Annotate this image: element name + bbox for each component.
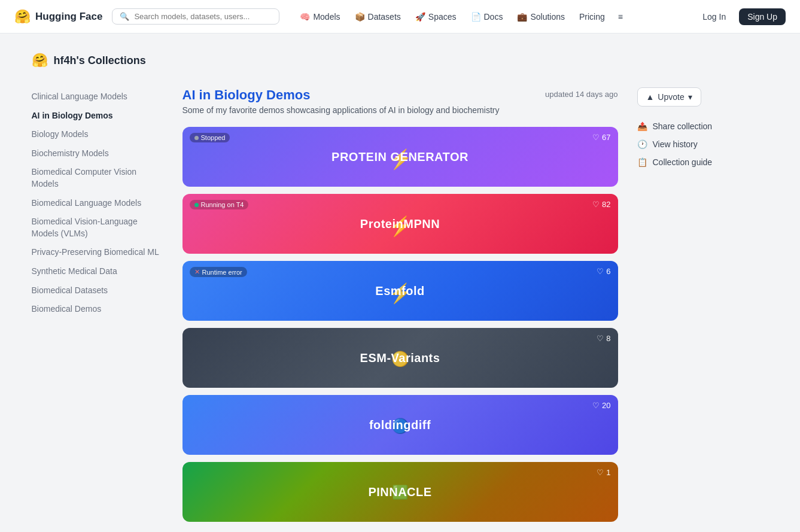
heart-icon-4: ♡ [597,334,604,343]
sidebar-item-synthetic-medical-data[interactable]: Synthetic Medical Data [32,262,163,281]
search-input[interactable] [134,12,272,21]
foldingdiff-title: foldingdiff [369,418,431,432]
brand-emoji: 🤗 [14,9,31,25]
stopped-dot [194,136,199,140]
card-likes-esm-variants: ♡ 8 [597,334,610,343]
upvote-label: Upvote [658,92,684,102]
collection-guide-link[interactable]: 📋 Collection guide [637,157,769,168]
view-history-label: View history [653,139,698,149]
sidebar-item-biochemistry-models[interactable]: Biochemistry Models [32,144,163,163]
likes-count-4: 8 [606,334,610,343]
nav-link-pricing[interactable]: Pricing [573,9,611,25]
nav-link-docs[interactable]: 📄 Docs [465,9,509,25]
likes-count-3: 6 [606,267,610,276]
upvote-dropdown-icon: ▾ [688,92,692,102]
view-history-link[interactable]: 🕐 View history [637,139,769,150]
sidebar-item-biomedical-language-models[interactable]: Biomedical Language Models [32,194,163,213]
nav-link-spaces[interactable]: 🚀 Spaces [409,9,463,25]
space-card-esm-variants[interactable]: 🟡 ESM-Variants ♡ 8 [182,328,618,388]
collection-description: Some of my favorite demos showcasing app… [182,105,618,115]
solutions-icon: 💼 [517,12,527,22]
heart-icon-3: ♡ [597,267,604,276]
space-card-proteinmpnn[interactable]: Running on T4 ⚡ ProteinMPNN ♡ 82 [182,194,618,254]
share-icon: 📤 [637,121,648,132]
stopped-label: Stopped [201,134,226,141]
collection-header: AI in Biology Demos updated 14 days ago [182,87,618,103]
nav-right: Log In Sign Up [694,8,786,25]
card-likes-proteinmpnn: ♡ 82 [592,200,610,209]
space-card-esmfold[interactable]: ✕ Runtime error ⚡ Esmfold ♡ 6 [182,261,618,321]
login-button[interactable]: Log In [694,8,734,25]
esmfold-title: Esmfold [375,284,424,298]
nav-link-spaces-label: Spaces [428,12,457,22]
share-collection-link[interactable]: 📤 Share collection [637,121,769,132]
right-actions: 📤 Share collection 🕐 View history 📋 Coll… [637,121,769,168]
sidebar-item-biomedical-computer-vision-models[interactable]: Biomedical Computer Vision Models [32,163,163,193]
heart-icon: ♡ [592,133,600,142]
main-layout: Clinical Language Models AI in Biology D… [32,87,769,529]
collection-guide-label: Collection guide [653,157,713,167]
nav-link-datasets-label: Datasets [368,12,401,22]
center-column: AI in Biology Demos updated 14 days ago … [182,87,618,529]
running-dot [194,203,199,207]
space-card-protein-generator[interactable]: Stopped ⚡ PROTEIN GENERATOR ♡ 67 [182,127,618,187]
card-likes-pinnacle: ♡ 1 [597,468,610,477]
models-icon: 🧠 [300,12,310,22]
card-badge-running: Running on T4 [190,200,249,209]
esm-variants-title: ESM-Variants [360,351,440,365]
proteinmpnn-title: ProteinMPNN [360,217,440,231]
heart-icon-2: ♡ [592,200,600,209]
guide-icon: 📋 [637,157,648,168]
collection-title: AI in Biology Demos [182,87,311,103]
nav-link-pricing-label: Pricing [579,12,605,22]
likes-count-6: 1 [606,468,610,477]
history-icon: 🕐 [637,139,648,150]
upvote-button[interactable]: ▲ Upvote ▾ [637,87,701,107]
sidebar-item-biomedical-demos[interactable]: Biomedical Demos [32,300,163,319]
error-label: Runtime error [202,269,242,276]
sidebar-item-biomedical-vision-language-models[interactable]: Biomedical Vision-Language Models (VLMs) [32,212,163,243]
page-header: 🤗 hf4h's Collections [32,53,769,68]
protein-generator-title: PROTEIN GENERATOR [331,150,469,164]
heart-icon-6: ♡ [597,468,604,477]
nav-link-models-label: Models [313,12,340,22]
pinnacle-title: PINNACLE [368,485,431,499]
error-x-icon: ✕ [194,268,200,276]
space-card-pinnacle[interactable]: 🟩 PINNACLE ♡ 1 [182,462,618,522]
sidebar-item-clinical-language-models[interactable]: Clinical Language Models [32,87,163,107]
sidebar-item-ai-in-biology-demos[interactable]: AI in Biology Demos [32,107,163,126]
sidebar-item-privacy-preserving-biomedical-ml[interactable]: Privacy-Preserving Biomedical ML [32,243,163,262]
right-sidebar: ▲ Upvote ▾ 📤 Share collection 🕐 View his… [637,87,769,529]
card-badge-stopped: Stopped [190,133,230,142]
search-icon: 🔍 [120,12,129,21]
spaces-icon: 🚀 [415,12,425,22]
nav-link-solutions[interactable]: 💼 Solutions [511,9,571,25]
running-label: Running on T4 [201,201,244,208]
card-likes-foldingdiff: ♡ 20 [592,401,610,410]
nav-link-solutions-label: Solutions [530,12,565,22]
card-badge-error: ✕ Runtime error [190,267,247,277]
sidebar-item-biology-models[interactable]: Biology Models [32,125,163,144]
likes-count-2: 82 [602,200,610,209]
datasets-icon: 📦 [355,12,365,22]
card-likes-protein-generator: ♡ 67 [592,133,610,142]
likes-count-5: 20 [602,401,610,410]
nav-link-datasets[interactable]: 📦 Datasets [349,9,407,25]
docs-icon: 📄 [471,12,481,22]
likes-count: 67 [602,133,610,142]
heart-icon-5: ♡ [592,401,600,410]
nav-link-docs-label: Docs [484,12,503,22]
nav-more-button[interactable]: ≡ [613,9,628,25]
share-collection-label: Share collection [653,121,713,131]
page-header-emoji: 🤗 [32,53,48,68]
sidebar-item-biomedical-datasets[interactable]: Biomedical Datasets [32,281,163,300]
signup-button[interactable]: Sign Up [739,8,786,25]
nav-link-models[interactable]: 🧠 Models [294,9,346,25]
page-title: hf4h's Collections [54,54,146,67]
nav-links: 🧠 Models 📦 Datasets 🚀 Spaces 📄 Docs 💼 So… [294,9,685,25]
collection-updated: updated 14 days ago [545,90,618,99]
space-card-foldingdiff[interactable]: 🔵 foldingdiff ♡ 20 [182,395,618,455]
brand-logo[interactable]: 🤗 Hugging Face [14,9,102,25]
page-wrapper: 🤗 hf4h's Collections Clinical Language M… [17,34,783,532]
navbar: 🤗 Hugging Face 🔍 🧠 Models 📦 Datasets 🚀 S… [0,0,800,34]
